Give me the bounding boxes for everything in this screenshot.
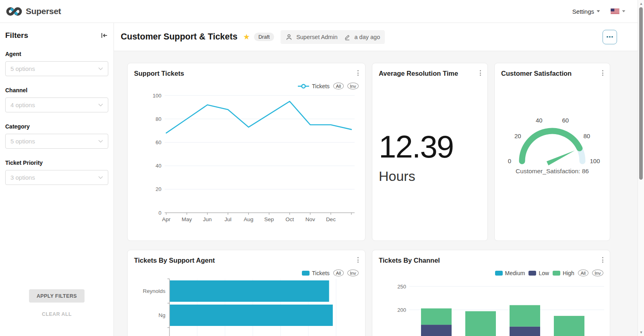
- filter-label: Channel: [5, 87, 108, 93]
- svg-text:0: 0: [159, 210, 161, 216]
- dashboard-grid: Support Tickets Tickets All: [114, 51, 638, 336]
- svg-text:0: 0: [508, 158, 511, 164]
- svg-text:Apr: Apr: [162, 216, 171, 222]
- superset-logo[interactable]: Superset: [6, 6, 61, 17]
- series-swatch: [302, 271, 310, 276]
- dot: [609, 36, 611, 38]
- svg-text:20: 20: [514, 133, 521, 139]
- svg-text:May: May: [182, 216, 192, 222]
- ticket-priority-filter-select[interactable]: 3 options: [5, 170, 108, 185]
- tickets-by-support-agent-bar-chart: ReynoldsNg: [134, 276, 359, 336]
- kebab-menu-icon[interactable]: [601, 68, 605, 77]
- chart-title: Average Resolution Time: [379, 70, 481, 77]
- big-number-subheader: Hours: [379, 168, 481, 184]
- draft-badge: Draft: [254, 33, 274, 41]
- scrollbar-thumb[interactable]: [639, 7, 643, 180]
- filter-group-category: Category 5 options: [5, 123, 108, 149]
- caret-down-icon: [622, 10, 625, 12]
- svg-text:20: 20: [156, 186, 161, 192]
- svg-text:80: 80: [583, 133, 590, 139]
- clear-all-button[interactable]: CLEAR ALL: [42, 311, 72, 317]
- chevron-down-icon: [98, 67, 103, 70]
- legend-invert-button[interactable]: Inv: [347, 270, 359, 276]
- chart-title: Tickets By Support Agent: [134, 257, 359, 264]
- collapse-sidebar-icon[interactable]: [100, 32, 108, 39]
- svg-text:200: 200: [397, 307, 406, 313]
- scroll-down-arrow-icon[interactable]: ▼: [638, 330, 644, 334]
- line-series-marker-icon: [297, 84, 310, 89]
- svg-text:40: 40: [156, 163, 161, 169]
- svg-text:Jul: Jul: [225, 216, 231, 222]
- dashboard-meta-chip: Superset Admin a day ago: [281, 30, 385, 44]
- dashboard-header: Customer Support & Tickets ★ Draft Super…: [114, 23, 638, 51]
- svg-text:Nov: Nov: [305, 216, 315, 222]
- last-modified[interactable]: a day ago: [355, 34, 380, 40]
- legend-item-low[interactable]: Low: [528, 270, 549, 276]
- legend-invert-button[interactable]: Inv: [592, 270, 603, 276]
- page-scrollbar[interactable]: ▲ ▼: [638, 0, 644, 336]
- legend-label: Tickets: [312, 270, 330, 276]
- svg-text:60: 60: [156, 139, 161, 145]
- svg-text:Oct: Oct: [285, 216, 294, 222]
- filter-group-ticket-priority: Ticket Priority 3 options: [5, 160, 108, 185]
- svg-text:Dec: Dec: [326, 216, 336, 222]
- caret-down-icon: [597, 10, 600, 12]
- settings-menu[interactable]: Settings: [572, 8, 600, 15]
- agent-filter-select[interactable]: 5 options: [5, 61, 108, 76]
- filters-sidebar: Filters Agent 5 options Channel 4 option…: [0, 23, 114, 336]
- customer-satisfaction-gauge-chart: 020406080100Customer_Satisfaction: 86: [501, 93, 603, 186]
- kebab-menu-icon[interactable]: [478, 68, 483, 77]
- settings-label: Settings: [572, 8, 594, 15]
- legend-label: Medium: [505, 270, 525, 276]
- chevron-down-icon: [98, 176, 103, 179]
- channel-filter-select[interactable]: 4 options: [5, 97, 108, 112]
- superset-app: Superset Settings: [0, 0, 644, 336]
- select-value: 3 options: [10, 174, 35, 181]
- legend-invert-button[interactable]: Inv: [347, 83, 359, 89]
- svg-text:Sep: Sep: [264, 216, 274, 222]
- legend-item-high[interactable]: High: [553, 270, 574, 276]
- select-value: 5 options: [10, 65, 35, 72]
- language-menu[interactable]: [611, 8, 625, 14]
- select-value: 5 options: [10, 138, 35, 145]
- apply-filters-button[interactable]: APPLY FILTERS: [29, 289, 85, 303]
- svg-text:100: 100: [153, 93, 161, 99]
- legend-select-all-button[interactable]: All: [333, 83, 344, 89]
- navbar: Superset Settings: [0, 0, 638, 23]
- dashboard-owner[interactable]: Superset Admin: [296, 34, 337, 40]
- legend-item-tickets[interactable]: Tickets: [302, 270, 330, 276]
- svg-text:40: 40: [536, 117, 543, 124]
- average-resolution-time-card: Average Resolution Time 12.39 Hours: [372, 63, 488, 241]
- support-tickets-card: Support Tickets Tickets All: [127, 63, 365, 241]
- series-swatch: [553, 271, 560, 276]
- category-filter-select[interactable]: 5 options: [5, 134, 108, 149]
- superset-infinity-icon: [6, 6, 23, 17]
- favorite-star-icon[interactable]: ★: [243, 32, 250, 41]
- legend-label: Tickets: [312, 83, 330, 89]
- legend-item-medium[interactable]: Medium: [495, 270, 525, 276]
- filters-title: Filters: [5, 31, 28, 40]
- customer-satisfaction-card: Customer Satisfaction 020406080100Custom…: [494, 63, 610, 241]
- legend-select-all-button[interactable]: All: [333, 270, 344, 276]
- dot: [607, 36, 608, 38]
- support-tickets-line-chart: 020406080100AprMayJunJulAugSepOctNovDec: [134, 89, 359, 224]
- svg-text:Customer_Satisfaction: 86: Customer_Satisfaction: 86: [516, 168, 589, 174]
- tickets-by-support-agent-card: Tickets By Support Agent Tickets All Inv…: [127, 250, 365, 336]
- chart-title: Support Tickets: [134, 70, 359, 77]
- kebab-menu-icon[interactable]: [356, 68, 360, 77]
- legend-select-all-button[interactable]: All: [578, 270, 588, 276]
- svg-text:80: 80: [156, 116, 161, 122]
- scroll-up-arrow-icon[interactable]: ▲: [638, 2, 644, 6]
- big-number-value: 12.39: [379, 131, 481, 163]
- chevron-down-icon: [98, 104, 103, 106]
- tickets-by-channel-stacked-bar-chart: 250200: [379, 276, 604, 336]
- dashboard-title: Customer Support & Tickets: [121, 32, 237, 42]
- series-swatch: [495, 271, 503, 276]
- filter-label: Category: [5, 123, 108, 130]
- dashboard-actions-button[interactable]: [603, 30, 617, 44]
- kebab-menu-icon[interactable]: [356, 255, 360, 264]
- svg-text:100: 100: [590, 158, 600, 164]
- legend-item-tickets[interactable]: Tickets: [297, 83, 330, 89]
- select-value: 4 options: [10, 102, 35, 108]
- kebab-menu-icon[interactable]: [601, 255, 605, 264]
